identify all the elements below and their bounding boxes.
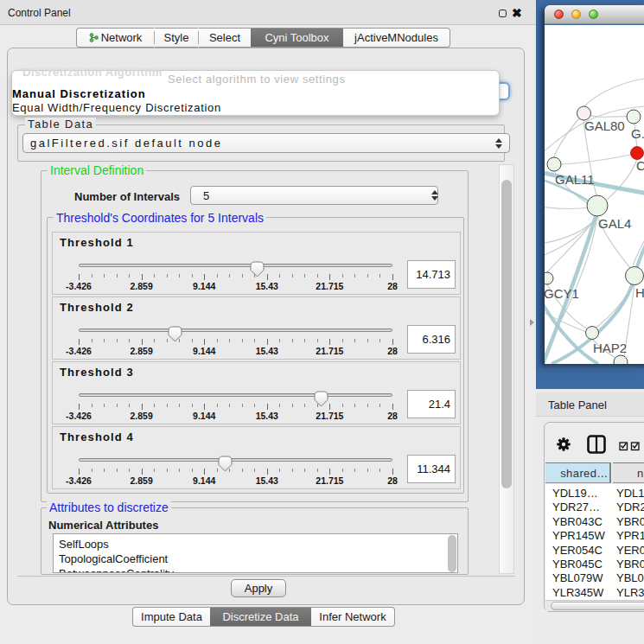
svg-text:GAL80: GAL80: [584, 118, 625, 133]
svg-text:GAL11: GAL11: [555, 172, 595, 187]
svg-text:HAP2: HAP2: [593, 341, 627, 355]
svg-text:C: C: [636, 158, 644, 173]
svg-text:H: H: [635, 285, 644, 300]
svg-text:GCY1: GCY1: [545, 286, 579, 301]
svg-text:GAL4: GAL4: [598, 216, 631, 231]
svg-text:G.: G.: [631, 126, 644, 141]
